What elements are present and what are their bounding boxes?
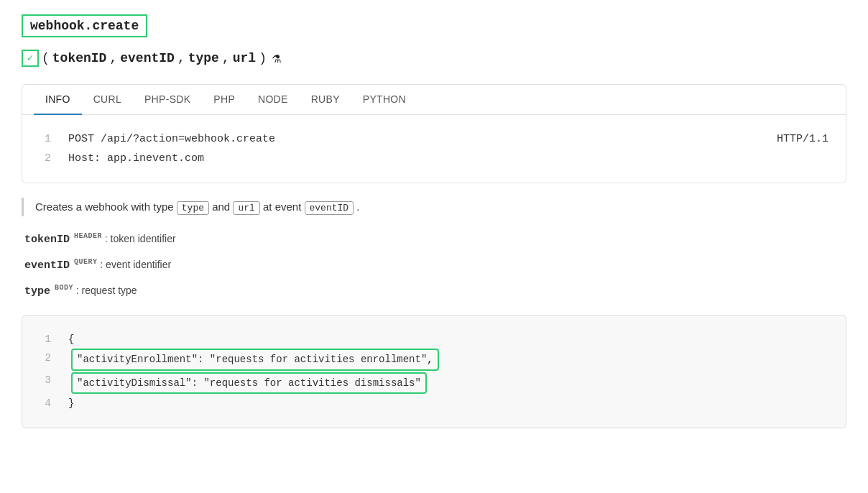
param-name-eventid: eventID	[24, 259, 70, 272]
close-paren: )	[259, 51, 267, 65]
page-title: webhook.create	[22, 14, 147, 37]
tab-ruby[interactable]: RUBY	[300, 85, 351, 115]
description-section: Creates a webhook with type type and url…	[22, 198, 846, 216]
flask-icon: ⚗	[272, 49, 281, 67]
param-name-type: type	[24, 285, 50, 298]
param-row-tokenid: tokenID HEADER : token identifier	[24, 231, 846, 248]
line-number: 2	[40, 349, 51, 371]
signature-line: ✓ ( tokenID, eventID, type, url ) ⚗	[22, 49, 846, 67]
code-line-2: 2 Host: app.inevent.com	[40, 149, 828, 168]
line-number: 3	[40, 371, 51, 395]
desc-at: at event	[263, 201, 305, 213]
code-line-1: 1 POST /api/?action=webhook.create HTTP/…	[40, 129, 828, 149]
param-desc-eventid: : event identifier	[100, 259, 171, 270]
tabs-content: 1 POST /api/?action=webhook.create HTTP/…	[22, 115, 846, 183]
tab-php[interactable]: PHP	[202, 85, 246, 115]
url-code: url	[233, 201, 259, 215]
json-open-brace: {	[68, 330, 74, 349]
json-value-dismissal: "requests for activities dismissals"	[203, 377, 420, 389]
code-http: HTTP/1.1	[777, 129, 828, 149]
tab-python[interactable]: PYTHON	[351, 85, 417, 115]
tab-curl[interactable]: CURL	[82, 85, 133, 115]
json-close-brace: }	[68, 394, 74, 413]
line-number: 2	[40, 149, 51, 168]
code-host: Host: app.inevent.com	[68, 149, 204, 168]
param-desc-type: : request type	[76, 285, 137, 296]
param-eventID: eventID	[120, 51, 175, 65]
json-code-block: 1 { 2 "activityEnrollment": "requests fo…	[22, 315, 846, 428]
eventid-code: eventID	[305, 201, 354, 215]
line-number: 4	[40, 394, 51, 413]
desc-and: and	[212, 201, 233, 213]
param-url: url	[233, 51, 256, 65]
json-line-4: 4 }	[40, 394, 828, 413]
param-row-eventid: eventID QUERY : event identifier	[24, 257, 846, 274]
param-badge-header: HEADER	[74, 232, 102, 240]
json-key-enrollment: "activityEnrollment":	[77, 354, 210, 365]
tab-info[interactable]: INFO	[34, 85, 82, 115]
checkbox-icon[interactable]: ✓	[22, 50, 39, 67]
code-post: POST /api/?action=webhook.create	[68, 129, 275, 149]
description-text: Creates a webhook with type type and url…	[35, 198, 846, 216]
tabs-container: INFO CURL PHP-SDK PHP NODE RUBY PYTHON 1…	[22, 84, 846, 183]
param-badge-query: QUERY	[74, 258, 98, 266]
json-line-3: 3 "activityDismissal": "requests for act…	[40, 371, 828, 395]
open-paren: (	[42, 51, 50, 65]
line-number: 1	[40, 129, 51, 149]
json-line-1: 1 {	[40, 330, 828, 349]
tab-node[interactable]: NODE	[246, 85, 300, 115]
json-value-enrollment: "requests for activities enrollment"	[210, 354, 427, 365]
param-badge-body: BODY	[55, 284, 73, 292]
json-key-dismissal: "activityDismissal":	[77, 377, 203, 389]
params-list: tokenID HEADER : token identifier eventI…	[22, 231, 846, 300]
param-desc-tokenid: : token identifier	[105, 233, 176, 244]
param-name-tokenid: tokenID	[24, 234, 70, 246]
param-type: type	[188, 51, 219, 65]
json-line-2: 2 "activityEnrollment": "requests for ac…	[40, 349, 828, 371]
tab-php-sdk[interactable]: PHP-SDK	[133, 85, 202, 115]
param-tokenID: tokenID	[52, 51, 107, 65]
line-number: 1	[40, 330, 51, 349]
param-row-type: type BODY : request type	[24, 282, 846, 300]
type-code: type	[177, 201, 209, 215]
desc-before: Creates a webhook with type	[35, 201, 177, 213]
tabs-header: INFO CURL PHP-SDK PHP NODE RUBY PYTHON	[22, 85, 846, 115]
desc-end: .	[356, 201, 359, 213]
